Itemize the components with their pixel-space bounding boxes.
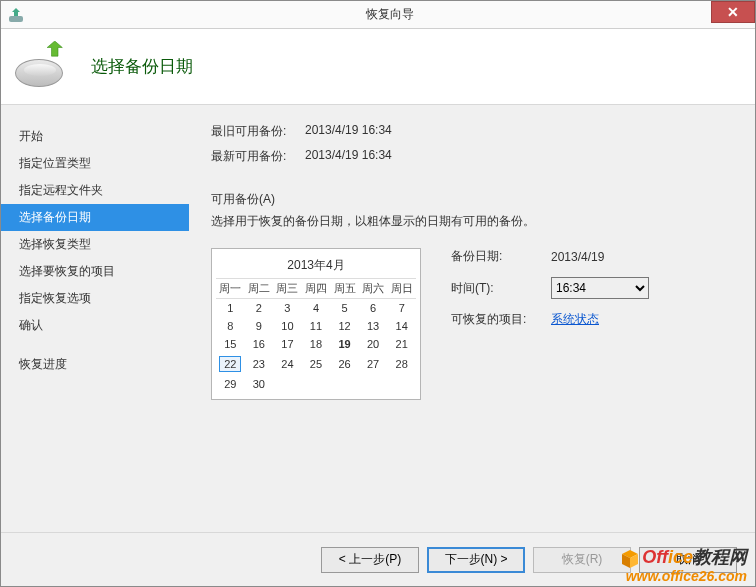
calendar-day[interactable]: 15 — [216, 335, 245, 353]
oldest-backup-value: 2013/4/19 16:34 — [305, 123, 392, 140]
calendar-day[interactable]: 25 — [302, 353, 331, 375]
calendar-day[interactable]: 28 — [387, 353, 416, 375]
time-label: 时间(T): — [451, 280, 551, 297]
next-button[interactable]: 下一步(N) > — [427, 547, 525, 573]
calendar-weekday: 周二 — [245, 279, 274, 299]
available-desc: 选择用于恢复的备份日期，以粗体显示的日期有可用的备份。 — [211, 212, 733, 230]
svg-rect-0 — [9, 16, 23, 22]
newest-backup-label: 最新可用备份: — [211, 148, 305, 165]
calendar-day[interactable]: 7 — [387, 299, 416, 318]
calendar-day[interactable]: 26 — [330, 353, 359, 375]
calendar-day[interactable]: 29 — [216, 375, 245, 393]
calendar-day[interactable]: 17 — [273, 335, 302, 353]
calendar-day — [273, 375, 302, 393]
calendar-day[interactable]: 8 — [216, 317, 245, 335]
calendar-day[interactable]: 23 — [245, 353, 274, 375]
calendar-day[interactable]: 21 — [387, 335, 416, 353]
backup-date-label: 备份日期: — [451, 248, 551, 265]
cancel-button[interactable]: 取消 — [639, 547, 737, 573]
calendar-day[interactable]: 10 — [273, 317, 302, 335]
oldest-backup-label: 最旧可用备份: — [211, 123, 305, 140]
calendar-day[interactable]: 3 — [273, 299, 302, 318]
calendar-day[interactable]: 18 — [302, 335, 331, 353]
window-body: 选择备份日期 开始指定位置类型指定远程文件夹选择备份日期选择恢复类型选择要恢复的… — [1, 29, 755, 586]
sidebar-item[interactable]: 指定远程文件夹 — [1, 177, 189, 204]
calendar-day[interactable]: 4 — [302, 299, 331, 318]
calendar-day[interactable]: 27 — [359, 353, 388, 375]
sidebar-item[interactable]: 选择恢复类型 — [1, 231, 189, 258]
calendar-weekday: 周六 — [359, 279, 388, 299]
calendar-weekday: 周一 — [216, 279, 245, 299]
calendar-weekday: 周四 — [302, 279, 331, 299]
window-title: 恢复向导 — [25, 6, 755, 23]
prev-button[interactable]: < 上一步(P) — [321, 547, 419, 573]
sidebar-item[interactable]: 确认 — [1, 312, 189, 339]
close-icon: ✕ — [727, 4, 739, 20]
restore-icon — [15, 41, 67, 93]
backup-date-value: 2013/4/19 — [551, 250, 604, 264]
calendar-weekday: 周三 — [273, 279, 302, 299]
sidebar-item[interactable]: 选择备份日期 — [1, 204, 189, 231]
calendar-day[interactable]: 14 — [387, 317, 416, 335]
calendar-day[interactable]: 20 — [359, 335, 388, 353]
calendar-day[interactable]: 16 — [245, 335, 274, 353]
main-panel: 最旧可用备份: 2013/4/19 16:34 最新可用备份: 2013/4/1… — [189, 105, 755, 532]
calendar-weekday: 周五 — [330, 279, 359, 299]
newest-backup-row: 最新可用备份: 2013/4/19 16:34 — [211, 148, 733, 165]
calendar-day — [387, 375, 416, 393]
sidebar-item[interactable]: 选择要恢复的项目 — [1, 258, 189, 285]
newest-backup-value: 2013/4/19 16:34 — [305, 148, 392, 165]
sidebar-item[interactable]: 恢复进度 — [1, 351, 189, 378]
recoverable-label: 可恢复的项目: — [451, 311, 551, 328]
close-button[interactable]: ✕ — [711, 1, 755, 23]
calendar-day[interactable]: 12 — [330, 317, 359, 335]
recover-button: 恢复(R) — [533, 547, 631, 573]
oldest-backup-row: 最旧可用备份: 2013/4/19 16:34 — [211, 123, 733, 140]
calendar-day[interactable]: 5 — [330, 299, 359, 318]
wizard-window: 恢复向导 ✕ 选择备份日期 开始指定位置类型指定远程文件夹选择备份日期选择恢复类… — [0, 0, 756, 587]
calendar-day[interactable]: 19 — [330, 335, 359, 353]
wizard-sidebar: 开始指定位置类型指定远程文件夹选择备份日期选择恢复类型选择要恢复的项目指定恢复选… — [1, 105, 189, 532]
calendar-day[interactable]: 30 — [245, 375, 274, 393]
sidebar-item[interactable]: 指定位置类型 — [1, 150, 189, 177]
calendar-day — [302, 375, 331, 393]
page-title: 选择备份日期 — [91, 55, 193, 78]
calendar-day[interactable]: 1 — [216, 299, 245, 318]
available-title: 可用备份(A) — [211, 191, 733, 208]
time-select[interactable]: 16:34 — [551, 277, 649, 299]
calendar-month-title: 2013年4月 — [216, 255, 416, 278]
calendar-day — [359, 375, 388, 393]
calendar-day[interactable]: 2 — [245, 299, 274, 318]
calendar-day[interactable]: 9 — [245, 317, 274, 335]
detail-row: 2013年4月 周一周二周三周四周五周六周日 12345678910111213… — [211, 248, 733, 400]
calendar-day[interactable]: 13 — [359, 317, 388, 335]
wizard-header: 选择备份日期 — [1, 29, 755, 105]
sidebar-item[interactable]: 开始 — [1, 123, 189, 150]
recoverable-link[interactable]: 系统状态 — [551, 311, 599, 328]
calendar-day[interactable]: 11 — [302, 317, 331, 335]
app-icon — [7, 6, 25, 24]
calendar[interactable]: 2013年4月 周一周二周三周四周五周六周日 12345678910111213… — [211, 248, 421, 400]
calendar-grid: 周一周二周三周四周五周六周日 1234567891011121314151617… — [216, 278, 416, 393]
backup-details: 备份日期: 2013/4/19 时间(T): 16:34 可恢复的项目: 系统状… — [451, 248, 733, 400]
titlebar: 恢复向导 ✕ — [1, 1, 755, 29]
sidebar-spacer — [1, 339, 189, 351]
content-area: 开始指定位置类型指定远程文件夹选择备份日期选择恢复类型选择要恢复的项目指定恢复选… — [1, 105, 755, 532]
calendar-day[interactable]: 22 — [216, 353, 245, 375]
wizard-footer: < 上一步(P) 下一步(N) > 恢复(R) 取消 — [1, 532, 755, 586]
calendar-day[interactable]: 6 — [359, 299, 388, 318]
calendar-day — [330, 375, 359, 393]
calendar-day[interactable]: 24 — [273, 353, 302, 375]
sidebar-item[interactable]: 指定恢复选项 — [1, 285, 189, 312]
calendar-weekday: 周日 — [387, 279, 416, 299]
